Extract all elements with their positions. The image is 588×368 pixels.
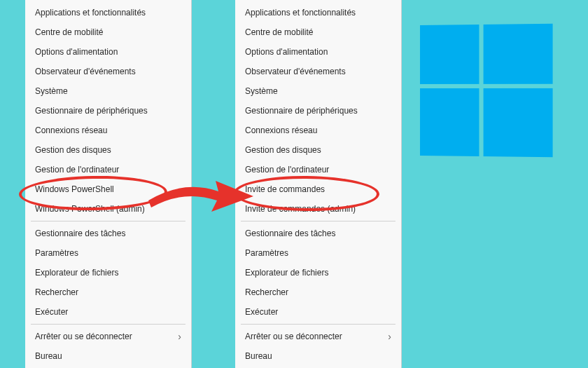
menu-item-system[interactable]: Système (25, 81, 191, 101)
menu-item-settings[interactable]: Paramètres (235, 243, 401, 263)
menu-item-powershell[interactable]: Windows PowerShell (25, 179, 191, 199)
menu-item-computer-management[interactable]: Gestion de l'ordinateur (25, 160, 191, 179)
menu-item-search[interactable]: Rechercher (25, 282, 191, 302)
winx-context-menu-right: Applications et fonctionnalités Centre d… (235, 0, 402, 368)
menu-item-disk-management[interactable]: Gestion des disques (235, 140, 401, 160)
menu-item-settings[interactable]: Paramètres (25, 243, 191, 263)
menu-item-disk-management[interactable]: Gestion des disques (25, 140, 191, 160)
menu-item-system[interactable]: Système (235, 81, 401, 101)
menu-item-event-viewer[interactable]: Observateur d'événements (235, 62, 401, 81)
menu-item-event-viewer[interactable]: Observateur d'événements (25, 62, 191, 81)
menu-item-command-prompt[interactable]: Invite de commandes (235, 179, 401, 199)
menu-item-command-prompt-admin[interactable]: Invite de commandes (admin) (235, 199, 401, 219)
menu-separator (31, 221, 186, 222)
menu-item-apps-features[interactable]: Applications et fonctionnalités (235, 3, 401, 22)
menu-item-device-manager[interactable]: Gestionnaire de périphériques (235, 101, 401, 121)
menu-item-power-options[interactable]: Options d'alimentation (235, 42, 401, 62)
menu-item-shutdown-signout[interactable]: Arrêter ou se déconnecter (25, 327, 191, 346)
menu-item-desktop[interactable]: Bureau (235, 346, 401, 366)
menu-item-mobility-center[interactable]: Centre de mobilité (235, 22, 401, 42)
winx-context-menu-left: Applications et fonctionnalités Centre d… (25, 0, 192, 368)
menu-item-run[interactable]: Exécuter (25, 302, 191, 322)
menu-item-desktop[interactable]: Bureau (25, 346, 191, 366)
menu-item-powershell-admin[interactable]: Windows PowerShell (admin) (25, 199, 191, 219)
menu-separator (31, 324, 186, 325)
menu-separator (241, 221, 396, 222)
menu-item-computer-management[interactable]: Gestion de l'ordinateur (235, 160, 401, 179)
menu-item-file-explorer[interactable]: Explorateur de fichiers (25, 263, 191, 282)
menu-item-power-options[interactable]: Options d'alimentation (25, 42, 191, 62)
menu-item-run[interactable]: Exécuter (235, 302, 401, 322)
menu-item-network-connections[interactable]: Connexions réseau (235, 121, 401, 140)
menu-separator (241, 324, 396, 325)
menu-item-device-manager[interactable]: Gestionnaire de périphériques (25, 101, 191, 121)
menu-item-task-manager[interactable]: Gestionnaire des tâches (235, 224, 401, 243)
menu-item-task-manager[interactable]: Gestionnaire des tâches (25, 224, 191, 243)
menu-item-shutdown-signout[interactable]: Arrêter ou se déconnecter (235, 327, 401, 346)
menu-item-mobility-center[interactable]: Centre de mobilité (25, 22, 191, 42)
menu-item-network-connections[interactable]: Connexions réseau (25, 121, 191, 140)
menu-item-search[interactable]: Rechercher (235, 282, 401, 302)
windows-logo-icon (420, 24, 553, 158)
menu-item-apps-features[interactable]: Applications et fonctionnalités (25, 3, 191, 22)
menu-item-file-explorer[interactable]: Explorateur de fichiers (235, 263, 401, 282)
